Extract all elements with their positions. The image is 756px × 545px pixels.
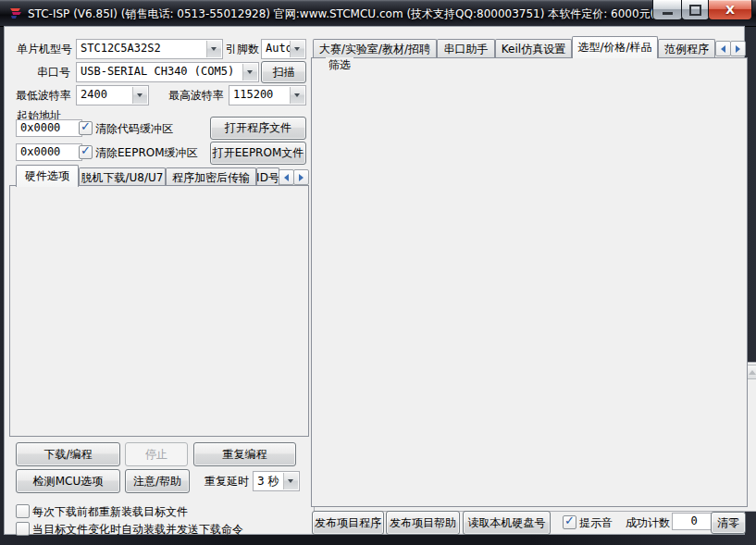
- title-bar: STC-ISP (V6.85I) (销售电话: 0513-55012928) 官…: [0, 0, 756, 27]
- tab-scroll-right-button[interactable]: [293, 169, 309, 185]
- mcu-type-select[interactable]: STC12C5A32S2: [76, 39, 223, 59]
- mcu-type-label: 单片机型号: [17, 42, 72, 57]
- window-title: STC-ISP (V6.85I) (销售电话: 0513-55012928) 官…: [28, 6, 665, 22]
- tab-offline-download[interactable]: 脱机下载/U8/U7: [79, 167, 166, 187]
- arrow-left-icon: [280, 174, 289, 181]
- maximize-icon: [689, 5, 701, 16]
- arrow-up-icon: [749, 366, 756, 375]
- reload-before-download-checkbox[interactable]: [16, 504, 30, 518]
- repeat-program-button[interactable]: 重复编程: [193, 442, 296, 466]
- selection-page: [311, 57, 748, 507]
- read-disk-id-button[interactable]: 读取本机硬盘号: [463, 511, 551, 535]
- min-baud-select[interactable]: 2400: [76, 85, 149, 105]
- beep-label: 提示音: [579, 515, 613, 531]
- tab-scroll-left-button[interactable]: [715, 41, 731, 56]
- tab-contest[interactable]: 大赛/实验室/教材/招聘: [313, 39, 437, 58]
- com-port-label: 串口号: [37, 65, 70, 81]
- tab-keil-settings[interactable]: Keil仿真设置: [495, 39, 572, 58]
- minimize-button[interactable]: [652, 0, 683, 20]
- chevron-down-icon: [290, 87, 304, 104]
- download-button[interactable]: 下载/编程: [16, 442, 120, 466]
- stc-isp-window: { "titlebar": { "title": "STC-ISP (V6.85…: [0, 0, 756, 545]
- minimize-icon: [663, 12, 673, 15]
- tab-encrypt-transfer[interactable]: 程序加密后传输: [166, 167, 256, 187]
- pin-count-select[interactable]: Auto: [261, 39, 306, 59]
- help-button[interactable]: 注意/帮助: [125, 469, 190, 493]
- success-count-label: 成功计数: [626, 515, 670, 531]
- tab-id-number[interactable]: ID号: [256, 167, 279, 187]
- clear-code-checkbox[interactable]: [79, 121, 93, 135]
- code-address-input[interactable]: 0x0000: [16, 119, 82, 137]
- tab-scroll-left-button[interactable]: [279, 169, 294, 185]
- auto-load-send-checkbox[interactable]: [16, 522, 30, 536]
- tab-hardware-options[interactable]: 硬件选项: [16, 165, 79, 187]
- app-icon: [8, 6, 24, 21]
- maximize-button[interactable]: [681, 0, 710, 20]
- open-eeprom-button[interactable]: 打开EEPROM文件: [210, 142, 306, 165]
- close-icon: X: [725, 3, 735, 17]
- chevron-down-icon: [206, 41, 221, 57]
- filter-group-label: 筛选: [326, 57, 353, 73]
- arrow-right-icon: [736, 45, 744, 53]
- client-area: 单片机型号 STC12C5A32S2 引脚数 Auto 串口号 USB-SERI…: [4, 26, 745, 535]
- tab-serial-assistant[interactable]: 串口助手: [437, 39, 495, 58]
- clear-eeprom-label: 清除EEPROM缓冲区: [95, 145, 198, 161]
- tab-example-programs[interactable]: 范例程序: [658, 39, 715, 58]
- tab-scroll-right-button[interactable]: [730, 41, 746, 56]
- reload-before-download-label: 每次下载前都重新装载目标文件: [32, 504, 188, 520]
- check-mcu-button[interactable]: 检测MCU选项: [16, 469, 120, 493]
- open-program-button[interactable]: 打开程序文件: [210, 117, 306, 140]
- stop-button[interactable]: 停止: [125, 442, 188, 466]
- repeat-delay-select[interactable]: 3 秒: [253, 471, 300, 491]
- beep-checkbox[interactable]: [563, 515, 576, 529]
- chevron-down-icon: [132, 87, 147, 104]
- arrow-left-icon: [717, 45, 725, 53]
- tab-selection-price-sample[interactable]: 选型/价格/样品: [572, 36, 658, 58]
- chevron-down-icon: [290, 41, 304, 57]
- success-count-value: 0: [672, 513, 716, 530]
- chevron-down-icon: [283, 473, 298, 489]
- publish-help-button[interactable]: 发布项目帮助: [386, 511, 460, 535]
- max-baud-select[interactable]: 115200: [229, 85, 306, 105]
- hardware-options-page: [9, 185, 309, 437]
- scan-button[interactable]: 扫描: [261, 61, 306, 83]
- com-port-select[interactable]: USB-SERIAL CH340 (COM5): [76, 62, 259, 82]
- min-baud-label: 最低波特率: [16, 88, 71, 104]
- publish-program-button[interactable]: 发布项目程序: [312, 511, 384, 535]
- arrow-right-icon: [299, 174, 307, 181]
- close-button[interactable]: X: [708, 0, 752, 20]
- auto-load-send-label: 当目标文件变化时自动装载并发送下载命令: [32, 522, 243, 538]
- clear-count-button[interactable]: 清零: [711, 512, 746, 534]
- chevron-down-icon: [242, 64, 257, 81]
- eeprom-address-input[interactable]: 0x0000: [16, 143, 82, 161]
- pin-count-label: 引脚数: [226, 42, 259, 57]
- repeat-delay-label: 重复延时: [204, 474, 249, 489]
- clear-eeprom-checkbox[interactable]: [79, 145, 93, 159]
- max-baud-label: 最高波特率: [168, 88, 224, 104]
- clear-code-label: 清除代码缓冲区: [95, 121, 173, 137]
